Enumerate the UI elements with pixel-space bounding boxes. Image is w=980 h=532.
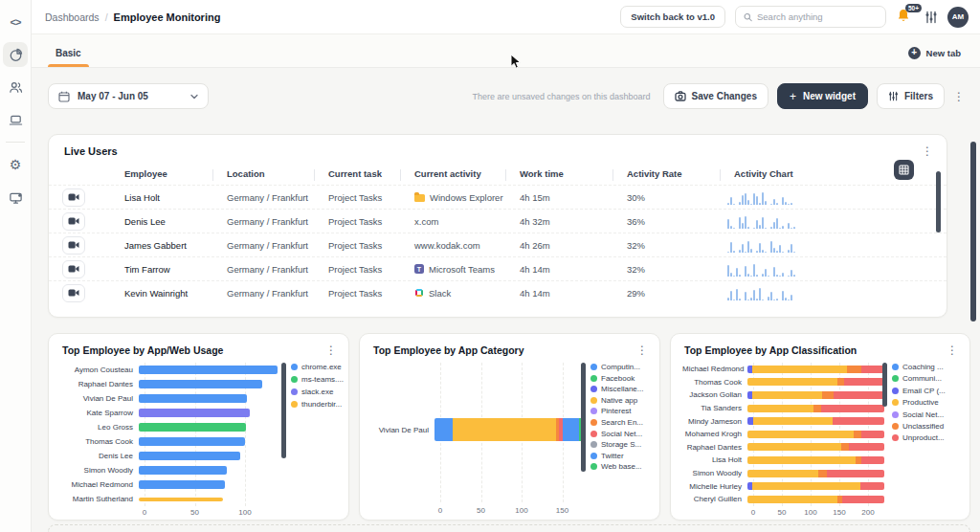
column-header-work-time[interactable]: Work time [505,168,612,179]
legend-item[interactable]: Communi... [892,374,946,383]
legend-item[interactable]: Storage S... [590,440,643,449]
bar[interactable] [747,391,884,399]
column-header-activity-rate[interactable]: Activity Rate [612,168,720,179]
bar[interactable] [139,437,245,446]
legend-item[interactable]: Unproduct... [892,433,946,442]
legend-item[interactable]: Miscellane... [590,385,643,393]
bar[interactable] [139,423,246,432]
tab-basic[interactable]: Basic [48,48,89,67]
watch-live-button[interactable] [62,188,85,207]
save-changes-button[interactable]: Save Changes [663,83,768,109]
watch-live-button[interactable] [62,260,85,278]
legend-item[interactable]: Facebook [590,374,643,383]
legend-item[interactable]: Social Net... [892,410,946,419]
bar[interactable] [139,366,278,374]
widget-menu-button[interactable]: ⋮ [636,344,648,356]
legend-item[interactable]: Productive [892,398,946,407]
legend-item[interactable]: Social Net... [590,430,643,438]
sidebar-item-settings[interactable]: ⚙ [3,152,28,177]
watch-live-button[interactable] [62,236,85,255]
sidebar-item-team[interactable] [3,75,28,100]
page-scrollbar[interactable] [970,142,976,321]
plus-icon: + [790,90,796,103]
column-header-current-activity[interactable]: Current activity [400,168,505,179]
legend-item[interactable]: thunderbir... [291,400,344,409]
bar[interactable] [747,456,884,464]
chart-scrollbar[interactable] [882,363,887,407]
legend-label: Search En... [601,418,643,427]
sidebar-item-devices[interactable] [3,107,28,132]
axis-tick-label: 50 [778,508,787,517]
sidebar-item-code[interactable]: <> [3,10,28,34]
bar[interactable] [139,452,240,460]
legend-item[interactable]: Pinterest [590,407,643,415]
legend-item[interactable]: Computin... [590,363,643,371]
video-camera-icon [68,192,79,202]
preferences-button[interactable] [924,11,938,24]
bar[interactable] [747,378,884,386]
breadcrumb-separator: / [105,11,108,23]
activity-sparkline [720,237,947,253]
bar-label: Denis Lee [60,452,139,460]
watch-live-button[interactable] [62,212,85,231]
legend-item[interactable]: Web base... [590,462,643,471]
switch-version-button[interactable]: Switch back to v1.0 [620,6,725,28]
bar[interactable] [747,405,884,412]
legend-item[interactable]: Coaching ... [892,363,946,371]
toolbar-menu-button[interactable]: ⋮ [953,91,965,102]
legend-item[interactable]: chrome.exe [291,363,344,371]
legend-item[interactable]: Unclassified [892,422,946,431]
bar[interactable] [434,418,584,441]
legend-item[interactable]: Twitter [590,452,643,460]
filters-button[interactable]: Filters [877,83,945,109]
bar[interactable] [747,470,884,477]
widget-menu-button[interactable]: ⋮ [922,145,933,157]
bar[interactable] [747,417,884,425]
bar[interactable] [747,366,884,373]
table-header-row: Employee Location Current task Current a… [49,162,947,185]
legend-item[interactable]: slack.exe [291,388,344,396]
legend-item[interactable]: Native app [590,396,643,405]
legend-item[interactable]: Search En... [590,418,643,427]
table-view-button[interactable] [894,160,914,180]
employee-location: Germany / Frankfurt [212,192,314,203]
widget-menu-button[interactable]: ⋮ [325,344,337,356]
bar-segment [844,378,883,386]
search-input[interactable] [757,11,878,22]
chart-scrollbar[interactable] [281,363,286,458]
bar[interactable] [139,380,262,388]
bar[interactable] [139,498,223,501]
legend-dot [892,375,899,382]
widget-menu-button[interactable]: ⋮ [947,344,958,356]
legend-dot [590,386,597,392]
chart-scrollbar[interactable] [581,363,586,472]
column-header-employee[interactable]: Employee [110,168,212,179]
watch-live-button[interactable] [62,284,85,302]
bar[interactable] [747,496,884,503]
bar[interactable] [139,466,227,475]
table-cell-camera [49,236,110,255]
legend-item[interactable]: Email CP (... [892,387,946,395]
bar[interactable] [747,482,884,490]
column-header-location[interactable]: Location [212,168,314,179]
bar[interactable] [747,443,884,451]
bar-label: Simon Woodly [682,469,747,477]
table-scrollbar[interactable] [936,171,941,233]
bar[interactable] [139,409,250,417]
new-widget-button[interactable]: + New widget [777,83,868,109]
sidebar-item-analytics[interactable] [3,42,28,67]
new-tab-button[interactable]: + New tab [908,47,961,67]
legend-item[interactable]: ms-teams.... [291,375,344,384]
bar[interactable] [139,480,225,489]
sidebar-item-remote-monitoring[interactable] [3,185,28,210]
charts-row: Top Employee by App/Web Usage⋮ 050100Aym… [48,333,970,521]
column-header-current-task[interactable]: Current task [314,168,400,179]
breadcrumb-section[interactable]: Dashboards [45,11,100,23]
current-activity: x.com [400,216,505,227]
notifications-button[interactable]: 50+ [896,8,915,27]
avatar[interactable]: AM [947,7,969,28]
search-box[interactable] [735,6,886,28]
date-range-picker[interactable]: May 07 - Jun 05 [48,83,209,109]
bar[interactable] [747,431,884,438]
bar[interactable] [139,394,247,403]
